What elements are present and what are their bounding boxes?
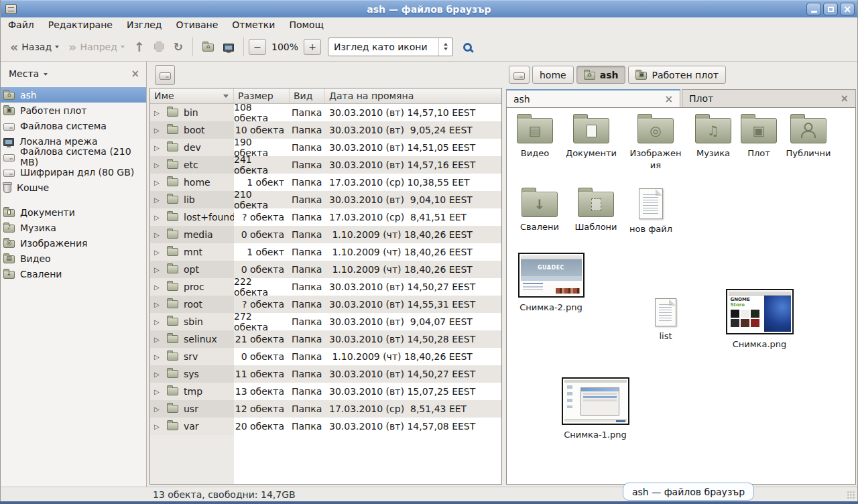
tree-row[interactable]: ▷sys11 обектаПапка30.03.2010 (вт) 14,50,… <box>150 365 501 383</box>
folder-music-item[interactable]: ♫Музика <box>686 113 740 160</box>
folder-documents-item[interactable]: Документи <box>563 113 619 160</box>
expander-icon[interactable]: ▷ <box>154 162 164 169</box>
tree-row[interactable]: ▷var20 обектаПапка30.03.2010 (вт) 14,57,… <box>150 418 501 435</box>
sidebar-item[interactable]: ▤Видео <box>1 251 146 266</box>
tree-row[interactable]: ▷lost+found? обектаПапка17.03.2010 (ср) … <box>150 208 501 226</box>
breadcrumb-home-button[interactable]: home <box>532 66 574 84</box>
forward-button[interactable]: » Напред <box>64 38 129 56</box>
expander-icon[interactable]: ▷ <box>154 231 164 239</box>
icon-view[interactable]: ▤ВидеоДокументи◎Изображения♫Музика▣ПлотП… <box>506 107 856 485</box>
tree-row[interactable]: ▷srv0 обектаПапка 1.10.2009 (чт) 18,40,2… <box>150 348 501 365</box>
column-header[interactable]: Вид <box>290 88 325 103</box>
menu-item[interactable]: Помощ <box>289 19 323 30</box>
expander-icon[interactable]: ▷ <box>154 127 164 134</box>
view-selector[interactable]: Изглед като икони <box>328 38 453 56</box>
minimize-button[interactable] <box>806 3 821 15</box>
column-header[interactable]: Име <box>150 88 234 103</box>
expander-icon[interactable]: ▷ <box>154 423 164 430</box>
breadcrumb-root-drive-button[interactable] <box>509 66 530 84</box>
home-button[interactable]: ⌂ <box>198 39 219 55</box>
expander-icon[interactable]: ▷ <box>154 249 164 256</box>
folder-video-item[interactable]: ▤Видео <box>508 113 562 160</box>
folder-downloads-item[interactable]: ↓Свалени <box>513 187 566 233</box>
file-new-file-item[interactable]: нов файл <box>623 187 678 235</box>
sidebar-item[interactable]: ↓Свалени <box>1 266 146 281</box>
expander-icon[interactable]: ▷ <box>154 301 164 308</box>
resize-grip[interactable] <box>847 491 855 499</box>
expander-icon[interactable]: ▷ <box>154 179 164 186</box>
maximize-button[interactable] <box>823 3 838 15</box>
expander-icon[interactable]: ▷ <box>154 353 164 361</box>
file-snimka-item[interactable]: GNOME StoreСнимка.png <box>723 289 796 351</box>
expander-icon[interactable]: ▷ <box>154 336 164 343</box>
folder-public-item[interactable]: Публични <box>780 113 837 160</box>
back-button[interactable]: « Назад <box>5 38 64 56</box>
column-header[interactable]: Дата на промяна <box>325 88 501 103</box>
tree-row[interactable]: ▷lib210 обектаПапка30.03.2010 (вт) 9,04,… <box>150 191 501 208</box>
tab-ash[interactable]: ash× <box>506 89 680 107</box>
file-snimka-2-item[interactable]: GUADECСнимка-2.png <box>517 253 585 314</box>
tree-row[interactable]: ▷dev190 обектаПапка30.03.2010 (вт) 14,51… <box>150 139 501 156</box>
search-button[interactable] <box>453 38 481 55</box>
menu-item[interactable]: Отметки <box>232 19 275 30</box>
root-drive-button[interactable] <box>155 65 175 85</box>
sidebar-item[interactable]: Кошче <box>1 180 146 195</box>
expander-icon[interactable]: ▷ <box>154 371 164 378</box>
sidebar-item[interactable]: ♪Музика <box>1 220 146 235</box>
tree-row[interactable]: ▷home1 обектПапка17.03.2010 (ср) 10,38,5… <box>150 174 501 191</box>
sidebar-item[interactable]: ◎Изображения <box>1 235 146 251</box>
expander-icon[interactable]: ▷ <box>154 144 164 151</box>
tree-row[interactable]: ▷boot10 обектаПапка30.03.2010 (вт) 9,05,… <box>150 121 501 139</box>
tree-row[interactable]: ▷media0 обектаПапка 1.10.2009 (чт) 18,40… <box>150 226 501 243</box>
titlebar[interactable]: ash — файлов браузър × <box>1 0 857 17</box>
file-snimka-1-item[interactable]: Снимка-1.png <box>562 377 629 441</box>
computer-button[interactable] <box>219 39 239 55</box>
breadcrumb-ash-button[interactable]: ⌂ash <box>576 66 626 84</box>
expander-icon[interactable]: ▷ <box>154 284 164 291</box>
tab-close-icon[interactable]: × <box>840 92 849 105</box>
sidebar-item[interactable]: Файлова система <box>1 118 146 133</box>
sidebar-item[interactable]: ⌂ash <box>1 87 146 103</box>
expander-icon[interactable]: ▷ <box>154 318 164 326</box>
zoom-out-button[interactable]: − <box>249 39 266 55</box>
sidebar-close-button[interactable]: × <box>131 68 139 80</box>
zoom-in-button[interactable]: + <box>304 39 321 55</box>
menu-item[interactable]: Редактиране <box>48 19 113 30</box>
places-selector[interactable]: Места <box>9 68 48 79</box>
tree-row[interactable]: ▷root? обектаПапка30.03.2010 (вт) 14,55,… <box>150 296 501 313</box>
tree-row[interactable]: ▷etc241 обектаПапка30.03.2010 (вт) 14,57… <box>150 156 501 174</box>
folder-templates-item[interactable]: Шаблони <box>568 187 623 233</box>
sidebar-item[interactable]: Файлова система (210 MB) <box>1 149 146 164</box>
column-header[interactable]: Размер <box>234 88 290 103</box>
folder-desktop-item[interactable]: ▣Плот <box>735 113 783 160</box>
tab-Плот[interactable]: Плот× <box>682 89 856 107</box>
tree-row[interactable]: ▷mnt1 обектПапка 1.10.2009 (чт) 18,40,26… <box>150 243 501 261</box>
tab-close-icon[interactable]: × <box>664 93 673 105</box>
file-list-item[interactable]: list <box>645 298 686 342</box>
expander-icon[interactable]: ▷ <box>154 109 164 117</box>
close-button[interactable]: × <box>840 3 855 15</box>
expander-icon[interactable]: ▷ <box>154 214 164 221</box>
menu-item[interactable]: Файл <box>8 19 34 30</box>
folder-images-item[interactable]: ◎Изображения <box>627 113 684 171</box>
sidebar-item[interactable]: Документи <box>1 204 146 220</box>
sidebar-item[interactable]: Шифриран дял (80 GB) <box>1 164 146 180</box>
tree-row[interactable]: ▷sbin272 обектаПапка30.03.2010 (вт) 9,04… <box>150 313 501 330</box>
reload-button[interactable]: ↻ <box>169 38 188 56</box>
stop-button[interactable] <box>149 38 169 55</box>
tree-row[interactable]: ▷proc222 обектаПапка30.03.2010 (вт) 14,5… <box>150 278 501 296</box>
expander-icon[interactable]: ▷ <box>154 196 164 204</box>
tree-row[interactable]: ▷opt0 обектаПапка 1.10.2009 (чт) 18,40,2… <box>150 261 501 278</box>
tree-row[interactable]: ▷usr12 обектаПапка17.03.2010 (ср) 8,51,4… <box>150 400 501 418</box>
up-button[interactable]: ↑ <box>129 38 149 56</box>
expander-icon[interactable]: ▷ <box>154 266 164 273</box>
tree-row[interactable]: ▷tmp13 обектаПапка30.03.2010 (вт) 15,07,… <box>150 383 501 400</box>
expander-icon[interactable]: ▷ <box>154 388 164 395</box>
menu-item[interactable]: Отиване <box>176 19 218 30</box>
expander-icon[interactable]: ▷ <box>154 405 164 413</box>
menu-item[interactable]: Изглед <box>127 19 162 30</box>
sidebar-item[interactable]: ▣Работен плот <box>1 103 146 118</box>
tree-row[interactable]: ▷selinux21 обектаПапка30.03.2010 (вт) 14… <box>150 330 501 348</box>
breadcrumb-desktop-button[interactable]: ▣Работен плот <box>628 66 725 84</box>
tree-row[interactable]: ▷bin108 обектаПапка30.03.2010 (вт) 14,57… <box>150 104 501 121</box>
